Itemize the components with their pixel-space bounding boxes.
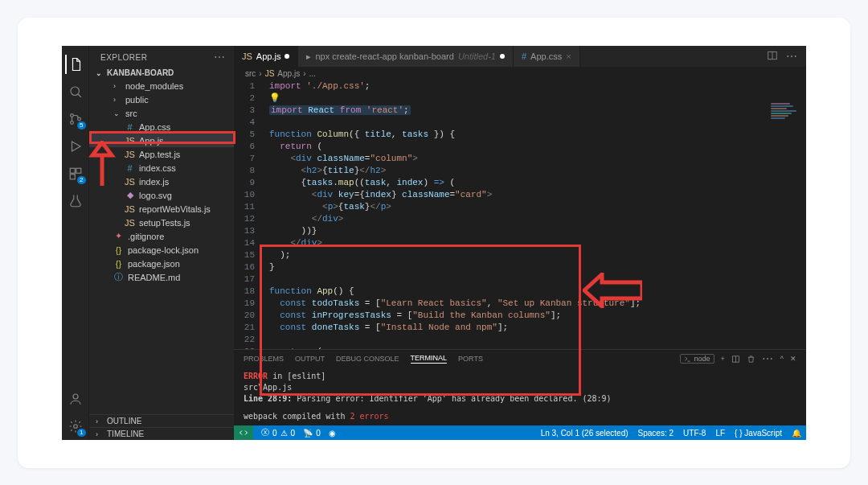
code-editor[interactable]: 1234567891011121314151617181920212223242… bbox=[234, 80, 806, 349]
editor-tabs: JSApp.js▸npx create-react-app kanban-boa… bbox=[234, 46, 806, 67]
svg-rect-6 bbox=[70, 175, 75, 179]
svg-rect-4 bbox=[70, 168, 75, 173]
problems-status[interactable]: ⓧ0 ⚠0 bbox=[261, 427, 295, 438]
file-tree: ›node_modules›public⌄src#App.cssJSApp.js… bbox=[89, 79, 234, 414]
svg-point-3 bbox=[77, 117, 80, 121]
file-item[interactable]: {}package.json bbox=[89, 257, 234, 270]
panel-tab[interactable]: TERMINAL bbox=[411, 354, 448, 364]
file-item[interactable]: ◆logo.svg bbox=[89, 188, 234, 202]
run-debug-icon[interactable] bbox=[66, 137, 85, 156]
svg-point-0 bbox=[71, 87, 80, 96]
file-item[interactable]: JSreportWebVitals.js bbox=[89, 202, 234, 216]
extensions-icon[interactable]: 2 bbox=[66, 164, 85, 183]
bottom-panel: PROBLEMSOUTPUTDEBUG CONSOLETERMINALPORTS… bbox=[234, 349, 806, 425]
file-item[interactable]: JSsetupTests.js bbox=[89, 216, 234, 229]
scm-badge: 5 bbox=[77, 121, 85, 129]
encoding-status[interactable]: UTF-8 bbox=[683, 429, 706, 438]
account-icon[interactable] bbox=[66, 389, 85, 409]
new-terminal-icon[interactable]: + bbox=[721, 355, 725, 363]
ext-badge: 2 bbox=[77, 176, 85, 184]
file-item[interactable]: JSApp.js bbox=[89, 134, 234, 147]
panel-tab[interactable]: PORTS bbox=[458, 355, 483, 363]
line-gutter: 1234567891011121314151617181920212223242… bbox=[234, 80, 261, 349]
sidebar-more-icon[interactable]: ⋯ bbox=[214, 51, 226, 64]
split-terminal-icon[interactable] bbox=[731, 355, 740, 364]
tab-more-icon[interactable]: ⋯ bbox=[786, 50, 798, 63]
svg-point-2 bbox=[70, 121, 73, 125]
file-item[interactable]: #App.css bbox=[89, 120, 234, 134]
timeline-section[interactable]: ›TIMELINE bbox=[89, 427, 234, 440]
panel-tab[interactable]: PROBLEMS bbox=[244, 355, 284, 363]
panel-more-icon[interactable]: ⋯ bbox=[762, 352, 774, 365]
svg-point-1 bbox=[70, 114, 73, 117]
settings-icon[interactable]: 1 bbox=[66, 417, 85, 436]
svg-point-7 bbox=[73, 394, 78, 399]
panel-tab[interactable]: DEBUG CONSOLE bbox=[336, 355, 399, 363]
file-item[interactable]: ✦.gitignore bbox=[89, 229, 234, 243]
settings-badge: 1 bbox=[77, 429, 85, 437]
project-root[interactable]: ⌄KANBAN-BOARD bbox=[89, 67, 234, 79]
folder-item[interactable]: ⌄src bbox=[89, 106, 234, 120]
file-item[interactable]: #index.css bbox=[89, 161, 234, 175]
remote-indicator[interactable] bbox=[234, 425, 253, 440]
folder-item[interactable]: ›public bbox=[89, 92, 234, 106]
radio-status[interactable]: ◉ bbox=[329, 429, 336, 438]
language-mode[interactable]: { } JavaScript bbox=[735, 429, 782, 438]
vscode-window: 5 2 1 EXPLORER ⋯ ⌄KANBAN-BOARD ›node_mod… bbox=[62, 46, 806, 440]
outline-section[interactable]: ›OUTLINE bbox=[89, 414, 234, 427]
file-item[interactable]: JSindex.js bbox=[89, 175, 234, 188]
editor-tab[interactable]: ▸npx create-react-app kanban-board Untit… bbox=[298, 46, 514, 67]
file-item[interactable]: {}package-lock.json bbox=[89, 243, 234, 257]
file-item[interactable]: JSApp.test.js bbox=[89, 147, 234, 161]
notifications-icon[interactable]: 🔔 bbox=[792, 429, 801, 438]
indent-status[interactable]: Spaces: 2 bbox=[638, 429, 674, 438]
svg-point-8 bbox=[73, 425, 77, 429]
explorer-icon[interactable] bbox=[65, 55, 84, 74]
editor-tab[interactable]: #App.css× bbox=[514, 46, 580, 67]
testing-icon[interactable] bbox=[66, 191, 85, 211]
sidebar-title: EXPLORER bbox=[100, 53, 147, 62]
sidebar: EXPLORER ⋯ ⌄KANBAN-BOARD ›node_modules›p… bbox=[89, 46, 234, 440]
panel-tabs: PROBLEMSOUTPUTDEBUG CONSOLETERMINALPORTS… bbox=[234, 350, 806, 368]
ports-status[interactable]: 📡0 bbox=[303, 429, 321, 438]
minimap[interactable] bbox=[771, 103, 803, 151]
status-bar: ⓧ0 ⚠0 📡0 ◉ Ln 3, Col 1 (26 selected) Spa… bbox=[234, 425, 806, 440]
editor-tab[interactable]: JSApp.js bbox=[234, 46, 298, 67]
terminal-shell[interactable]: node bbox=[680, 354, 714, 364]
maximize-panel-icon[interactable]: ^ bbox=[780, 355, 784, 363]
activity-bar: 5 2 1 bbox=[62, 46, 89, 440]
source-control-icon[interactable]: 5 bbox=[66, 109, 85, 129]
split-editor-icon[interactable] bbox=[767, 50, 778, 63]
svg-rect-5 bbox=[76, 168, 80, 173]
editor-group: JSApp.js▸npx create-react-app kanban-boa… bbox=[234, 46, 806, 440]
trash-icon[interactable] bbox=[747, 355, 755, 364]
search-icon[interactable] bbox=[66, 82, 85, 101]
eol-status[interactable]: LF bbox=[715, 429, 725, 438]
file-item[interactable]: ⓘREADME.md bbox=[89, 270, 234, 284]
breadcrumbs[interactable]: src› JSApp.js› ... bbox=[234, 67, 806, 80]
panel-tab[interactable]: OUTPUT bbox=[295, 355, 325, 363]
cursor-position[interactable]: Ln 3, Col 1 (26 selected) bbox=[541, 429, 628, 438]
close-panel-icon[interactable]: ✕ bbox=[790, 355, 796, 363]
code-area[interactable]: import './App.css';💡import React from 'r… bbox=[261, 80, 806, 349]
folder-item[interactable]: ›node_modules bbox=[89, 79, 234, 92]
